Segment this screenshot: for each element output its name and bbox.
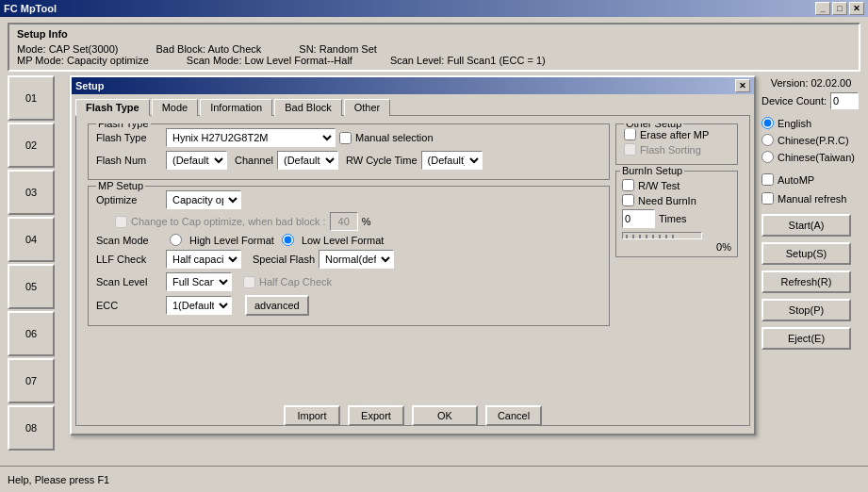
special-flash-label: Special Flash [253,254,315,265]
tab-mode[interactable]: Mode [152,99,199,116]
mp-mode-info: MP Mode: Capacity optimize [17,55,149,66]
flash-sorting-label: Flash Sorting [640,144,701,156]
slider-dot [659,235,661,238]
rw-test-row: R/W Test [622,179,731,191]
cancel-button[interactable]: Cancel [485,405,542,426]
manual-refresh-label: Manual refresh [778,193,846,205]
slot-06[interactable]: 06 [8,311,55,356]
minimize-button[interactable]: _ [815,2,830,15]
times-input[interactable] [622,209,655,228]
change-cap-checkbox[interactable] [115,216,127,228]
ok-button[interactable]: OK [412,405,478,426]
rw-cycle-label: RW Cycle Time [346,155,418,166]
slot-02[interactable]: 02 [8,123,55,168]
flash-type-group: Flash Type Flash Type Hynix H27U2G8T2M [88,123,610,180]
tab-information[interactable]: Information [200,99,272,116]
chinese-prc-radio-row: Chinese(P.R.C) [762,134,860,146]
setup-info-title: Setup Info [17,28,851,40]
refresh-button[interactable]: Refresh(R) [762,271,851,293]
change-cap-row: Change to Cap optimize, when bad block :… [96,212,601,231]
setup-dialog: Setup ✕ Flash Type Mode Information Bad … [70,75,756,435]
need-burnin-checkbox[interactable] [622,194,634,206]
slot-07[interactable]: 07 [8,358,55,403]
flash-num-row: Flash Num (Default) Channel (Default) [96,151,601,170]
scan-level-info: Scan Level: Full Scan1 (ECC = 1) [390,55,546,66]
slot-03[interactable]: 03 [8,170,55,215]
special-flash-select[interactable]: Normal(default) [319,250,394,269]
scan-level-select[interactable]: Full Scan1 [166,272,232,291]
tab-bar: Flash Type Mode Information Bad Block Ot… [72,94,754,115]
ecc-select[interactable]: 1(Default) [166,296,232,315]
eject-button[interactable]: Eject(E) [762,327,851,350]
tab-bad-block[interactable]: Bad Block [274,99,342,116]
ecc-label: ECC [96,300,162,311]
high-level-radio[interactable] [170,234,182,246]
app-title: FC MpTool [4,3,57,14]
close-button[interactable]: ✕ [849,2,864,15]
flash-num-select[interactable]: (Default) [166,151,227,170]
english-label: English [778,118,811,129]
import-button[interactable]: Import [284,405,340,426]
flash-num-label: Flash Num [96,155,162,166]
device-count-row: Device Count: [762,92,860,109]
burnin-title: BurnIn Setup [620,165,684,176]
optimize-select[interactable]: Capacity optimize [166,190,241,209]
manual-selection-checkbox[interactable] [339,132,352,144]
other-setup-group: Other Setup Erase after MP Flash Sorting [615,123,738,165]
flash-sorting-checkbox[interactable] [624,143,636,156]
tab-other[interactable]: Other [344,99,391,116]
slider-dot [672,235,674,238]
chinese-taiwan-label: Chinese(Taiwan) [778,152,855,163]
device-count-input[interactable] [830,92,859,109]
erase-after-mp-checkbox[interactable] [624,128,636,140]
slot-05[interactable]: 05 [8,264,55,309]
low-level-label: Low Level Format [302,235,384,246]
manual-refresh-checkbox[interactable] [762,192,774,205]
advanced-button[interactable]: advanced [245,295,309,316]
setup-button[interactable]: Setup(S) [762,242,851,265]
flash-type-select[interactable]: Hynix H27U2G8T2M [166,128,336,147]
auto-mp-row: AutoMP [762,173,860,186]
maximize-button[interactable]: □ [832,2,847,15]
left-content: Flash Type Flash Type Hynix H27U2G8T2M [88,123,610,332]
slot-08[interactable]: 08 [8,405,55,451]
burnin-setup-group: BurnIn Setup R/W Test Need BurnIn [615,171,738,257]
slot-04[interactable]: 04 [8,217,55,262]
mp-setup-title: MP Setup [96,180,145,191]
slot-01[interactable]: 01 [8,75,55,121]
chinese-prc-radio[interactable] [762,134,774,146]
export-button[interactable]: Export [348,405,404,426]
llf-check-select[interactable]: Half capacity Check [166,250,241,269]
device-count-label: Device Count: [762,95,827,107]
percent-display: 0% [622,241,731,253]
llf-check-label: LLF Check [96,254,162,265]
start-button[interactable]: Start(A) [762,214,851,237]
slider-track [622,232,702,239]
channel-select[interactable]: (Default) [277,151,338,170]
low-level-radio[interactable] [282,234,294,246]
change-cap-label: Change to Cap optimize, when bad block : [131,216,326,227]
auto-mp-checkbox[interactable] [762,173,774,186]
rw-test-checkbox[interactable] [622,179,634,191]
stop-button[interactable]: Stop(P) [762,299,851,321]
scan-mode-info: Scan Mode: Low Level Format--Half [187,55,352,66]
slider-container: 0% [622,232,731,253]
center-area: Setup ✕ Flash Type Mode Information Bad … [70,75,756,464]
rw-cycle-select[interactable]: (Default) [421,151,483,170]
chinese-prc-label: Chinese(P.R.C) [778,135,849,146]
slider-dot [632,235,634,238]
manual-selection-label: Manual selection [355,132,434,143]
other-setup-title: Other Setup [624,123,683,129]
slider-dot [652,235,654,238]
tab-flash-type[interactable]: Flash Type [75,99,150,116]
bad-block-info: Bad Block: Auto Check [156,43,261,55]
need-burnin-label: Need BurnIn [638,195,696,206]
half-cap-check-checkbox[interactable] [243,276,255,288]
help-text: Help, Please press F1 [8,474,109,485]
tab-content: Flash Type Flash Type Hynix H27U2G8T2M [75,115,750,426]
half-cap-check-label: Half Cap Check [259,276,332,287]
dialog-close-button[interactable]: ✕ [735,79,750,92]
english-radio[interactable] [762,117,774,129]
main-area: Flash Type Flash Type Hynix H27U2G8T2M [84,123,742,332]
chinese-taiwan-radio[interactable] [762,151,774,163]
